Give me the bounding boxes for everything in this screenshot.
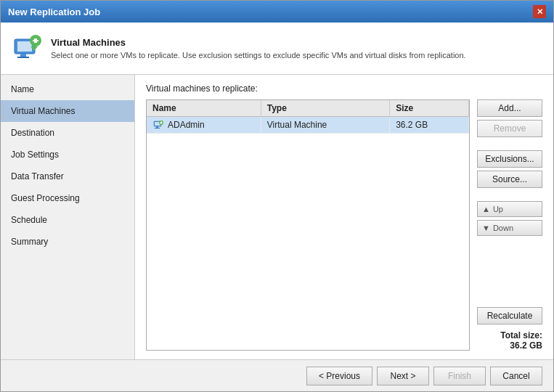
sidebar-item-schedule[interactable]: Schedule <box>1 209 134 231</box>
header-title: Virtual Machines <box>51 37 466 48</box>
svg-rect-6 <box>33 40 38 41</box>
svg-rect-3 <box>17 57 29 58</box>
col-size: Size <box>390 100 469 117</box>
header-description: Select one or more VMs to replicate. Use… <box>51 51 466 60</box>
down-button[interactable]: ▼ Down <box>477 220 542 236</box>
source-button[interactable]: Source... <box>477 171 542 188</box>
sidebar-item-job-settings[interactable]: Job Settings <box>1 144 134 166</box>
up-button[interactable]: ▲ Up <box>477 201 542 217</box>
previous-button[interactable]: < Previous <box>306 367 372 385</box>
total-size-value: 36.2 GB <box>477 340 542 351</box>
remove-button[interactable]: Remove <box>477 120 542 137</box>
row-name: ADAdmin <box>168 120 205 130</box>
svg-rect-2 <box>20 54 26 57</box>
dialog-title: New Replication Job <box>8 7 100 17</box>
down-arrow-icon: ▼ <box>482 224 490 232</box>
sidebar-item-name[interactable]: Name <box>1 78 134 100</box>
sidebar-item-virtual-machines[interactable]: Virtual Machines <box>1 100 134 122</box>
sidebar-item-guest-processing[interactable]: Guest Processing <box>1 187 134 209</box>
row-size: 36.2 GB <box>390 117 469 134</box>
close-button[interactable]: ✕ <box>533 5 546 18</box>
total-size: Total size: 36.2 GB <box>477 330 542 351</box>
table-row[interactable]: ADAdmin Virtual Machine 36.2 GB <box>147 117 469 134</box>
col-type: Type <box>261 100 389 117</box>
sidebar-item-data-transfer[interactable]: Data Transfer <box>1 166 134 187</box>
header-icon <box>12 33 42 64</box>
row-name-cell: ADAdmin <box>147 117 261 134</box>
sidebar-item-summary[interactable]: Summary <box>1 231 134 253</box>
title-bar: New Replication Job ✕ <box>1 1 553 23</box>
dialog-window: New Replication Job ✕ Virtual Machines S… <box>0 0 554 392</box>
vm-icon <box>152 119 164 131</box>
svg-rect-10 <box>156 126 158 128</box>
header-text: Virtual Machines Select one or more VMs … <box>51 37 466 60</box>
up-arrow-icon: ▲ <box>482 205 490 213</box>
svg-rect-14 <box>160 122 163 123</box>
content-area: Virtual machines to replicate: Name Type… <box>135 75 553 359</box>
svg-rect-11 <box>155 128 160 128</box>
section-title: Virtual machines to replicate: <box>146 83 542 94</box>
row-type: Virtual Machine <box>261 117 389 134</box>
sidebar-item-destination[interactable]: Destination <box>1 122 134 144</box>
bottom-bar: < Previous Next > Finish Cancel <box>1 359 553 391</box>
table-and-buttons: Name Type Size <box>146 99 542 351</box>
finish-button[interactable]: Finish <box>433 367 486 385</box>
svg-rect-1 <box>17 41 32 52</box>
col-name: Name <box>147 100 261 117</box>
total-size-label: Total size: <box>477 330 542 340</box>
right-buttons: Add... Remove Exclusions... Source... ▲ … <box>470 99 542 351</box>
vm-table[interactable]: Name Type Size <box>146 99 470 351</box>
next-button[interactable]: Next > <box>377 367 429 385</box>
sidebar: Name Virtual Machines Destination Job Se… <box>1 75 135 359</box>
header-area: Virtual Machines Select one or more VMs … <box>1 23 553 75</box>
add-button[interactable]: Add... <box>477 99 542 117</box>
main-content: Name Virtual Machines Destination Job Se… <box>1 75 553 359</box>
recalculate-button[interactable]: Recalculate <box>477 307 542 324</box>
cancel-button[interactable]: Cancel <box>490 367 542 385</box>
exclusions-button[interactable]: Exclusions... <box>477 150 542 168</box>
